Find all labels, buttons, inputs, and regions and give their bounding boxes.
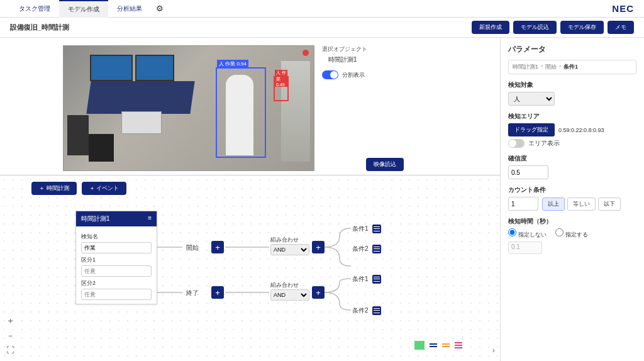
- detect-time-set-radio[interactable]: 指定する: [555, 228, 588, 239]
- node-time-measure[interactable]: 時間計測1 ≡ 検知名 区分1 区分2: [75, 211, 157, 304]
- tab-analysis-result[interactable]: 分析結果: [108, 1, 151, 17]
- add-time-measure-button[interactable]: ＋ 時間計測: [31, 182, 77, 195]
- breadcrumb: 時間計測1› 開始› 条件1: [508, 60, 636, 74]
- count-gte-button[interactable]: 以上: [542, 197, 565, 211]
- add-start-button[interactable]: +: [211, 241, 224, 253]
- top-nav: タスク管理 モデル作成 分析結果 ⚙ NEC: [0, 0, 644, 18]
- fullscreen-button[interactable]: ⛶: [6, 345, 14, 355]
- tab-task-manage[interactable]: タスク管理: [10, 1, 59, 17]
- condition-1[interactable]: 条件1: [352, 225, 381, 233]
- video-preview[interactable]: 人 作業 0.94 人 作業 0.49: [63, 45, 314, 171]
- area-coords: 0.59:0.22:0.8:0.93: [558, 127, 604, 133]
- sub-header: 設備復旧_時間計測 新規作成 モデル読込 モデル保存 メモ: [0, 18, 644, 38]
- add-end-button[interactable]: +: [211, 286, 224, 299]
- combine-select-1: 組み合わせ AND: [270, 236, 309, 255]
- flow-canvas[interactable]: ＋ 時間計測 ＋ イベント 時間計測1 ≡ 検知名 区分1 区分2: [0, 175, 500, 361]
- start-label: 開始: [186, 243, 199, 252]
- area-display-toggle[interactable]: [508, 139, 525, 148]
- add-combine-2-button[interactable]: +: [312, 286, 325, 299]
- selected-object-value: 時間計測1: [328, 55, 404, 64]
- list-icon: [372, 275, 381, 284]
- count-lte-button[interactable]: 以下: [598, 197, 621, 211]
- legend: [414, 341, 462, 350]
- node-title: 時間計測1: [81, 214, 110, 223]
- gear-icon[interactable]: ⚙: [156, 4, 164, 13]
- condition-2[interactable]: 条件2: [352, 245, 381, 253]
- confidence-label: 確信度: [508, 154, 636, 163]
- end-label: 終了: [186, 289, 199, 297]
- seg1-input[interactable]: [81, 265, 152, 277]
- detect-area-label: 検知エリア: [508, 112, 636, 121]
- load-model-button[interactable]: モデル読込: [513, 21, 557, 34]
- detect-name-label: 検知名: [81, 233, 152, 241]
- zoom-in-button[interactable]: ＋: [6, 315, 14, 326]
- detect-name-input[interactable]: [81, 242, 152, 253]
- confidence-input[interactable]: [508, 165, 548, 179]
- logo: NEC: [612, 3, 634, 14]
- page-title: 設備復旧_時間計測: [10, 23, 69, 32]
- selected-object-label: 選択オブジェクト: [322, 45, 404, 53]
- detect-target-label: 検知対象: [508, 81, 636, 89]
- combine-dropdown-1[interactable]: AND: [270, 244, 309, 255]
- record-icon: [303, 50, 309, 56]
- seg2-input[interactable]: [81, 289, 152, 300]
- combine-dropdown-2[interactable]: AND: [270, 289, 309, 301]
- load-video-button[interactable]: 映像読込: [366, 158, 404, 171]
- bbox-person-1: 人 作業 0.94: [216, 67, 266, 158]
- bbox-person-2: 人 作業 0.49: [274, 76, 289, 101]
- memo-button[interactable]: メモ: [608, 21, 634, 34]
- count-cond-label: カウント条件: [508, 186, 636, 194]
- combine-select-2: 組み合わせ AND: [270, 281, 309, 301]
- list-icon: [372, 225, 381, 233]
- list-icon: [372, 306, 381, 315]
- seg2-label: 区分2: [81, 279, 152, 287]
- collapse-panel-icon[interactable]: ›: [492, 345, 495, 355]
- node-menu-icon[interactable]: ≡: [148, 214, 152, 223]
- area-display-label: エリア表示: [528, 139, 560, 148]
- condition-3[interactable]: 条件1: [352, 275, 381, 284]
- parameter-panel: パラメータ 時間計測1› 開始› 条件1 検知対象 人 検知エリア ドラッグ指定…: [501, 38, 644, 361]
- detect-time-label: 検知時間（秒）: [508, 217, 636, 226]
- save-model-button[interactable]: モデル保存: [560, 21, 604, 34]
- count-input[interactable]: [508, 197, 538, 211]
- add-combine-1-button[interactable]: +: [312, 241, 325, 253]
- video-area: 人 作業 0.94 人 作業 0.49 選択オブジェクト 時間計測1 分割表示 …: [0, 38, 500, 175]
- condition-4[interactable]: 条件2: [352, 306, 381, 315]
- split-display-toggle[interactable]: [322, 70, 338, 79]
- zoom-out-button[interactable]: －: [6, 330, 14, 342]
- seg1-label: 区分1: [81, 256, 152, 264]
- list-icon: [372, 245, 381, 253]
- count-eq-button[interactable]: 等しい: [567, 197, 596, 211]
- split-display-label: 分割表示: [342, 71, 365, 79]
- detect-target-select[interactable]: 人: [508, 92, 555, 106]
- tab-model-create[interactable]: モデル作成: [59, 0, 108, 18]
- add-event-button[interactable]: ＋ イベント: [82, 182, 127, 195]
- new-button[interactable]: 新規作成: [472, 21, 509, 34]
- detect-time-none-radio[interactable]: 指定しない: [508, 228, 547, 239]
- panel-title: パラメータ: [508, 44, 636, 55]
- detect-time-input: 0.1: [508, 242, 542, 254]
- drag-specify-button[interactable]: ドラッグ指定: [508, 123, 555, 136]
